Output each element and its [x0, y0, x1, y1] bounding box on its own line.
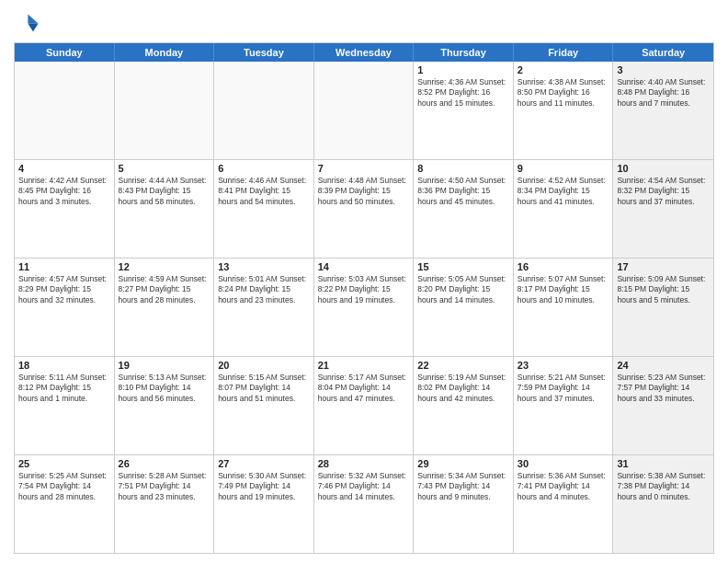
svg-marker-1	[28, 23, 38, 31]
day-number: 15	[417, 261, 509, 272]
day-number: 25	[18, 458, 110, 469]
calendar-cell: 13Sunrise: 5:01 AM Sunset: 8:24 PM Dayli…	[214, 259, 314, 356]
calendar-row: 1Sunrise: 4:36 AM Sunset: 8:52 PM Daylig…	[15, 62, 713, 160]
calendar-cell: 7Sunrise: 4:48 AM Sunset: 8:39 PM Daylig…	[314, 160, 415, 258]
calendar-cell: 6Sunrise: 4:46 AM Sunset: 8:41 PM Daylig…	[214, 160, 314, 258]
cell-text: Sunrise: 5:38 AM Sunset: 7:38 PM Dayligh…	[617, 471, 710, 502]
day-number: 26	[119, 458, 210, 469]
day-number: 30	[518, 458, 609, 469]
calendar-cell: 3Sunrise: 4:40 AM Sunset: 8:48 PM Daylig…	[613, 62, 713, 159]
calendar-body: 1Sunrise: 4:36 AM Sunset: 8:52 PM Daylig…	[15, 62, 713, 553]
calendar-cell: 29Sunrise: 5:34 AM Sunset: 7:43 PM Dayli…	[414, 455, 514, 553]
calendar-cell: 15Sunrise: 5:05 AM Sunset: 8:20 PM Dayli…	[414, 259, 514, 356]
day-number: 19	[119, 360, 210, 371]
calendar-cell: 20Sunrise: 5:15 AM Sunset: 8:07 PM Dayli…	[214, 357, 314, 454]
day-number: 23	[518, 360, 609, 371]
day-number: 7	[318, 163, 410, 174]
day-number: 9	[518, 163, 609, 174]
day-number: 27	[218, 458, 310, 469]
calendar-cell: 31Sunrise: 5:38 AM Sunset: 7:38 PM Dayli…	[613, 455, 713, 553]
day-number: 11	[18, 261, 110, 272]
cell-text: Sunrise: 5:34 AM Sunset: 7:43 PM Dayligh…	[417, 471, 509, 502]
day-number: 5	[119, 163, 210, 174]
calendar-cell	[314, 62, 415, 159]
day-number: 18	[18, 360, 110, 371]
calendar-row: 18Sunrise: 5:11 AM Sunset: 8:12 PM Dayli…	[15, 357, 713, 455]
calendar-cell	[214, 62, 314, 159]
calendar-row: 25Sunrise: 5:25 AM Sunset: 7:54 PM Dayli…	[15, 455, 713, 553]
calendar-cell: 17Sunrise: 5:09 AM Sunset: 8:15 PM Dayli…	[613, 259, 713, 356]
day-number: 2	[518, 64, 609, 75]
cell-text: Sunrise: 5:01 AM Sunset: 8:24 PM Dayligh…	[218, 274, 310, 305]
calendar-cell: 11Sunrise: 4:57 AM Sunset: 8:29 PM Dayli…	[15, 259, 115, 356]
calendar-cell: 24Sunrise: 5:23 AM Sunset: 7:57 PM Dayli…	[613, 357, 713, 454]
cell-text: Sunrise: 5:25 AM Sunset: 7:54 PM Dayligh…	[18, 471, 110, 502]
day-number: 17	[617, 261, 710, 272]
cell-text: Sunrise: 4:54 AM Sunset: 8:32 PM Dayligh…	[617, 176, 710, 207]
logo	[14, 9, 43, 35]
cell-text: Sunrise: 5:21 AM Sunset: 7:59 PM Dayligh…	[518, 373, 609, 404]
day-number: 31	[617, 458, 710, 469]
calendar-cell: 23Sunrise: 5:21 AM Sunset: 7:59 PM Dayli…	[514, 357, 614, 454]
cell-text: Sunrise: 4:46 AM Sunset: 8:41 PM Dayligh…	[218, 176, 310, 207]
weekday-header: Wednesday	[314, 43, 415, 62]
calendar-cell: 18Sunrise: 5:11 AM Sunset: 8:12 PM Dayli…	[15, 357, 115, 454]
calendar-cell: 12Sunrise: 4:59 AM Sunset: 8:27 PM Dayli…	[115, 259, 215, 356]
cell-text: Sunrise: 5:05 AM Sunset: 8:20 PM Dayligh…	[417, 274, 509, 305]
calendar-cell	[115, 62, 215, 159]
weekday-header: Sunday	[15, 43, 115, 62]
weekday-header: Tuesday	[214, 43, 314, 62]
calendar-row: 11Sunrise: 4:57 AM Sunset: 8:29 PM Dayli…	[15, 259, 713, 357]
cell-text: Sunrise: 4:59 AM Sunset: 8:27 PM Dayligh…	[119, 274, 210, 305]
cell-text: Sunrise: 5:28 AM Sunset: 7:51 PM Dayligh…	[119, 471, 210, 502]
calendar-cell: 26Sunrise: 5:28 AM Sunset: 7:51 PM Dayli…	[115, 455, 215, 553]
calendar-cell: 16Sunrise: 5:07 AM Sunset: 8:17 PM Dayli…	[514, 259, 614, 356]
calendar-cell: 21Sunrise: 5:17 AM Sunset: 8:04 PM Dayli…	[314, 357, 415, 454]
cell-text: Sunrise: 5:17 AM Sunset: 8:04 PM Dayligh…	[318, 373, 410, 404]
calendar-cell: 9Sunrise: 4:52 AM Sunset: 8:34 PM Daylig…	[514, 160, 614, 258]
calendar-cell: 27Sunrise: 5:30 AM Sunset: 7:49 PM Dayli…	[214, 455, 314, 553]
calendar-row: 4Sunrise: 4:42 AM Sunset: 8:45 PM Daylig…	[15, 160, 713, 259]
cell-text: Sunrise: 4:50 AM Sunset: 8:36 PM Dayligh…	[417, 176, 509, 207]
calendar-cell: 10Sunrise: 4:54 AM Sunset: 8:32 PM Dayli…	[613, 160, 713, 258]
calendar-cell: 30Sunrise: 5:36 AM Sunset: 7:41 PM Dayli…	[514, 455, 614, 553]
cell-text: Sunrise: 5:07 AM Sunset: 8:17 PM Dayligh…	[518, 274, 609, 305]
page: SundayMondayTuesdayWednesdayThursdayFrid…	[0, 0, 728, 563]
calendar-cell: 1Sunrise: 4:36 AM Sunset: 8:52 PM Daylig…	[414, 62, 514, 159]
cell-text: Sunrise: 4:48 AM Sunset: 8:39 PM Dayligh…	[318, 176, 410, 207]
day-number: 13	[218, 261, 310, 272]
weekday-header: Friday	[514, 43, 614, 62]
cell-text: Sunrise: 5:19 AM Sunset: 8:02 PM Dayligh…	[417, 373, 509, 404]
day-number: 21	[318, 360, 410, 371]
day-number: 24	[617, 360, 710, 371]
cell-text: Sunrise: 5:36 AM Sunset: 7:41 PM Dayligh…	[518, 471, 609, 502]
day-number: 1	[417, 64, 509, 75]
calendar-cell: 5Sunrise: 4:44 AM Sunset: 8:43 PM Daylig…	[115, 160, 215, 258]
weekday-header: Thursday	[414, 43, 514, 62]
cell-text: Sunrise: 5:13 AM Sunset: 8:10 PM Dayligh…	[119, 373, 210, 404]
day-number: 4	[18, 163, 110, 174]
day-number: 28	[318, 458, 410, 469]
cell-text: Sunrise: 5:23 AM Sunset: 7:57 PM Dayligh…	[617, 373, 710, 404]
weekday-header: Saturday	[613, 43, 713, 62]
cell-text: Sunrise: 4:52 AM Sunset: 8:34 PM Dayligh…	[518, 176, 609, 207]
cell-text: Sunrise: 4:44 AM Sunset: 8:43 PM Dayligh…	[119, 176, 210, 207]
day-number: 16	[518, 261, 609, 272]
calendar-cell: 14Sunrise: 5:03 AM Sunset: 8:22 PM Dayli…	[314, 259, 415, 356]
header	[14, 9, 714, 35]
calendar-cell: 19Sunrise: 5:13 AM Sunset: 8:10 PM Dayli…	[115, 357, 215, 454]
cell-text: Sunrise: 4:42 AM Sunset: 8:45 PM Dayligh…	[18, 176, 110, 207]
day-number: 22	[417, 360, 509, 371]
calendar-cell: 4Sunrise: 4:42 AM Sunset: 8:45 PM Daylig…	[15, 160, 115, 258]
calendar-cell: 22Sunrise: 5:19 AM Sunset: 8:02 PM Dayli…	[414, 357, 514, 454]
cell-text: Sunrise: 4:40 AM Sunset: 8:48 PM Dayligh…	[617, 77, 710, 109]
calendar-cell: 8Sunrise: 4:50 AM Sunset: 8:36 PM Daylig…	[414, 160, 514, 258]
day-number: 12	[119, 261, 210, 272]
weekday-header: Monday	[115, 43, 215, 62]
day-number: 14	[318, 261, 410, 272]
cell-text: Sunrise: 5:11 AM Sunset: 8:12 PM Dayligh…	[18, 373, 110, 404]
day-number: 10	[617, 163, 710, 174]
cell-text: Sunrise: 5:32 AM Sunset: 7:46 PM Dayligh…	[318, 471, 410, 502]
day-number: 29	[417, 458, 509, 469]
calendar-cell: 28Sunrise: 5:32 AM Sunset: 7:46 PM Dayli…	[314, 455, 415, 553]
